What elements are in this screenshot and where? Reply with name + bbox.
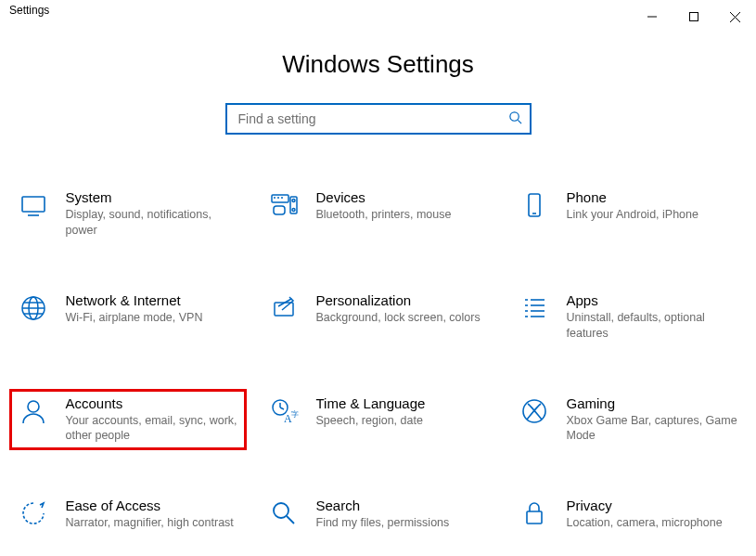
person-icon xyxy=(18,395,49,427)
tile-desc: Display, sound, notifications, power xyxy=(66,207,238,239)
svg-text:字: 字 xyxy=(291,410,299,419)
svg-line-41 xyxy=(287,516,294,524)
svg-point-14 xyxy=(292,209,295,212)
tile-phone[interactable]: Phone Link your Android, iPhone xyxy=(513,186,745,242)
tile-privacy[interactable]: Privacy Location, camera, microphone xyxy=(513,494,745,550)
svg-rect-8 xyxy=(272,195,288,202)
titlebar: Settings xyxy=(0,0,756,32)
tile-title: Personalization xyxy=(316,292,489,308)
tile-network[interactable]: Network & Internet Wi-Fi, airplane mode,… xyxy=(12,289,244,345)
maximize-icon xyxy=(689,12,698,21)
tile-desc: Link your Android, iPhone xyxy=(567,207,739,223)
svg-point-33 xyxy=(28,401,39,412)
tile-desc: Narrator, magnifier, high contrast xyxy=(66,515,238,531)
svg-line-36 xyxy=(280,407,284,409)
tile-title: Time & Language xyxy=(316,395,489,411)
tile-apps[interactable]: Apps Uninstall, defaults, optional featu… xyxy=(513,289,745,345)
xbox-icon xyxy=(519,395,550,427)
tile-system[interactable]: System Display, sound, notifications, po… xyxy=(12,186,244,242)
phone-icon xyxy=(519,189,550,221)
tile-desc: Xbox Game Bar, captures, Game Mode xyxy=(567,413,739,445)
tile-title: Ease of Access xyxy=(66,498,238,513)
search-input[interactable] xyxy=(237,110,508,127)
close-button[interactable] xyxy=(714,4,756,30)
tile-title: Devices xyxy=(316,189,489,205)
svg-rect-42 xyxy=(527,511,542,524)
tile-title: Search xyxy=(316,498,489,513)
magnifier-icon xyxy=(268,498,300,529)
tile-desc: Speech, region, date xyxy=(316,413,489,429)
globe-icon xyxy=(18,292,49,324)
tile-title: System xyxy=(66,189,238,205)
svg-point-40 xyxy=(274,503,288,518)
page-body: Windows Settings System Display, sound, … xyxy=(0,32,756,550)
system-icon xyxy=(18,189,49,221)
tile-desc: Uninstall, defaults, optional features xyxy=(567,310,739,342)
settings-grid: System Display, sound, notifications, po… xyxy=(0,186,756,550)
tile-devices[interactable]: Devices Bluetooth, printers, mouse xyxy=(263,186,494,242)
tile-desc: Bluetooth, printers, mouse xyxy=(316,207,489,223)
tile-accounts[interactable]: Accounts Your accounts, email, sync, wor… xyxy=(12,392,244,448)
tile-search[interactable]: Search Find my files, permissions xyxy=(263,494,494,550)
search-wrap xyxy=(0,103,756,135)
tile-ease-of-access[interactable]: Ease of Access Narrator, magnifier, high… xyxy=(12,494,244,550)
tile-title: Phone xyxy=(567,189,739,205)
minimize-icon xyxy=(647,12,657,21)
svg-line-5 xyxy=(518,120,521,123)
page-title: Windows Settings xyxy=(0,50,756,79)
tile-desc: Background, lock screen, colors xyxy=(316,310,489,326)
paintbrush-icon xyxy=(268,292,300,324)
tile-title: Accounts xyxy=(66,395,238,411)
tile-title: Network & Internet xyxy=(66,292,238,308)
time-language-icon: A 字 xyxy=(268,395,300,427)
search-box[interactable] xyxy=(225,103,532,135)
tile-title: Gaming xyxy=(567,395,739,411)
svg-rect-6 xyxy=(22,197,45,212)
window-title: Settings xyxy=(9,4,49,17)
lock-icon xyxy=(519,498,550,529)
tile-title: Apps xyxy=(567,292,739,308)
tile-time-language[interactable]: A 字 Time & Language Speech, region, date xyxy=(263,392,494,448)
minimize-button[interactable] xyxy=(631,4,673,30)
window-controls xyxy=(631,4,756,30)
tile-title: Privacy xyxy=(567,498,739,513)
tile-desc: Your accounts, email, sync, work, other … xyxy=(66,413,238,445)
apps-icon xyxy=(519,292,550,324)
tile-desc: Location, camera, microphone xyxy=(567,515,739,531)
svg-point-13 xyxy=(292,200,295,202)
tile-gaming[interactable]: Gaming Xbox Game Bar, captures, Game Mod… xyxy=(513,392,745,448)
maximize-button[interactable] xyxy=(673,4,714,30)
svg-rect-15 xyxy=(274,206,285,214)
svg-rect-1 xyxy=(689,13,698,21)
ease-of-access-icon xyxy=(18,498,49,529)
svg-line-24 xyxy=(289,297,291,299)
svg-point-4 xyxy=(509,111,518,120)
tile-desc: Wi-Fi, airplane mode, VPN xyxy=(66,310,238,326)
tile-desc: Find my files, permissions xyxy=(316,515,489,531)
close-icon xyxy=(730,12,740,22)
devices-icon xyxy=(268,189,300,221)
search-icon xyxy=(508,110,522,128)
tile-personalization[interactable]: Personalization Background, lock screen,… xyxy=(263,289,494,345)
